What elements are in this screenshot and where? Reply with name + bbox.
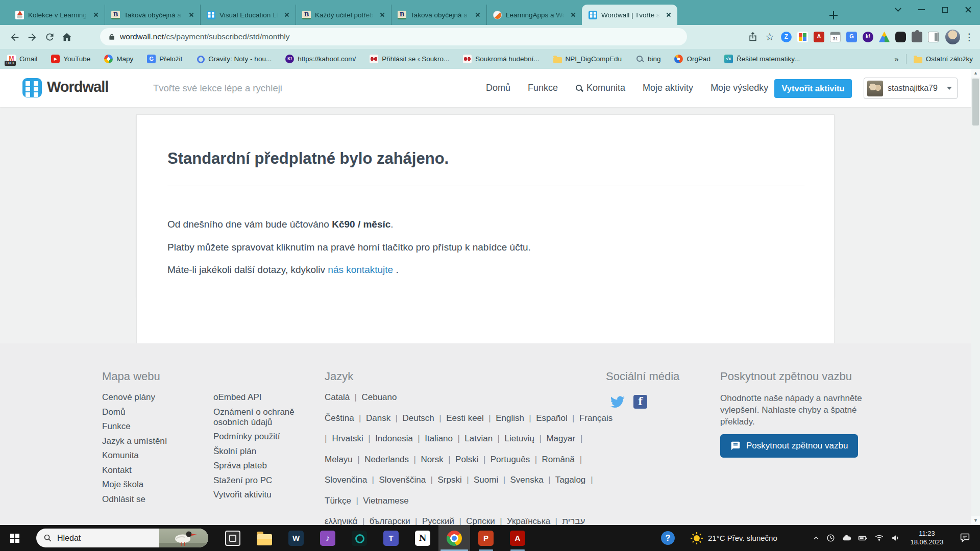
tab-search-chevron-icon[interactable]: [886, 0, 910, 19]
tab-close-icon[interactable]: [473, 10, 482, 19]
notification-center-icon[interactable]: [960, 532, 970, 543]
search-highlight-bird-image[interactable]: [159, 529, 208, 547]
bookmark-item[interactable]: Gravity: Noty - hou...: [196, 55, 272, 63]
footer-link[interactable]: Moje škola: [102, 480, 167, 490]
back-icon[interactable]: [6, 29, 23, 46]
tab-close-icon[interactable]: [664, 10, 673, 19]
browser-tab[interactable]: Každý učitel potřebuj: [296, 5, 391, 25]
taskbar-app[interactable]: [280, 525, 312, 551]
language-link[interactable]: Nederlands: [353, 455, 409, 464]
language-link[interactable]: Suomi: [462, 475, 499, 485]
language-link[interactable]: Dansk: [354, 413, 391, 423]
extension-icon[interactable]: [912, 32, 922, 42]
tab-close-icon[interactable]: [282, 10, 291, 19]
extension-icon[interactable]: [814, 32, 824, 42]
language-link[interactable]: Deutsch: [390, 413, 434, 423]
language-link[interactable]: Slovenčina: [325, 475, 367, 485]
footer-link[interactable]: Oznámení o ochraně osobních údajů: [213, 407, 308, 428]
language-link[interactable]: Polski: [444, 455, 479, 464]
extension-icon[interactable]: [846, 32, 857, 42]
tab-close-icon[interactable]: [569, 10, 578, 19]
weather-widget[interactable]: 21°C Přev. slunečno: [690, 525, 777, 551]
language-link[interactable]: Русский: [410, 516, 454, 525]
taskbar-app[interactable]: [217, 525, 249, 551]
bookmark-star-icon[interactable]: ☆: [765, 31, 774, 43]
home-icon[interactable]: [58, 29, 76, 46]
nav-item[interactable]: Domů: [486, 83, 510, 93]
wordwall-wordmark[interactable]: Wordwall: [47, 79, 108, 95]
feedback-button[interactable]: Poskytnout zpětnou vazbu: [720, 434, 858, 458]
language-link[interactable]: Indonesia: [363, 434, 413, 443]
language-link[interactable]: Svenska: [498, 475, 544, 485]
twitter-icon[interactable]: [609, 393, 626, 410]
language-link[interactable]: Српски: [454, 516, 495, 525]
taskbar-app[interactable]: [470, 525, 502, 551]
bookmarks-overflow-chevron[interactable]: »: [894, 55, 898, 63]
reload-icon[interactable]: [41, 29, 58, 46]
language-link[interactable]: Italiano: [413, 434, 453, 443]
language-link[interactable]: Українська: [495, 516, 550, 525]
wordwall-logo-icon[interactable]: [22, 78, 42, 97]
bookmark-item[interactable]: OrgPad: [674, 55, 710, 63]
browser-tab[interactable]: Wordwall | Tvořte své: [582, 5, 677, 25]
taskbar-app[interactable]: [407, 525, 438, 551]
browser-tab[interactable]: Kolekce v LearningAp: [9, 5, 105, 25]
create-activity-button[interactable]: Vytvořit aktivitu: [774, 79, 852, 98]
taskbar-app[interactable]: [438, 525, 470, 551]
bookmark-item[interactable]: Řešitel matematiky...: [724, 55, 800, 63]
language-link[interactable]: Türkçe: [325, 496, 351, 506]
menu-dots-icon[interactable]: ⋮: [964, 31, 975, 43]
clock[interactable]: 11:23 18.06.2023: [902, 529, 951, 546]
footer-link[interactable]: Jazyk a umístění: [102, 436, 167, 446]
start-button[interactable]: [7, 531, 22, 546]
forward-icon[interactable]: [23, 29, 41, 46]
footer-link[interactable]: Stažení pro PC: [213, 475, 308, 486]
taskbar-app[interactable]: [312, 525, 344, 551]
onedrive-cloud-icon[interactable]: [842, 533, 851, 543]
taskbar-app[interactable]: [344, 525, 375, 551]
account-menu[interactable]: stastnajitka79: [864, 78, 958, 99]
language-link[interactable]: Français: [568, 413, 613, 423]
tab-close-icon[interactable]: [91, 10, 101, 19]
extension-icon[interactable]: [863, 32, 873, 42]
other-bookmarks-button[interactable]: Ostatní záložky: [914, 55, 973, 63]
tab-close-icon[interactable]: [378, 10, 387, 19]
extension-icon[interactable]: [928, 32, 939, 42]
contact-us-link[interactable]: nás kontaktujte: [328, 264, 393, 275]
nav-item[interactable]: Komunita: [575, 83, 625, 93]
taskbar-app[interactable]: [249, 525, 280, 551]
language-link[interactable]: עברית: [550, 516, 585, 525]
language-link[interactable]: ελληνικά: [325, 516, 357, 525]
language-link[interactable]: Cebuano: [350, 392, 397, 402]
bookmark-item[interactable]: NPI_DigCompEdu: [553, 55, 622, 63]
share-icon[interactable]: [744, 28, 762, 45]
close-button[interactable]: [957, 0, 980, 19]
extension-icon[interactable]: [879, 32, 890, 42]
bookmark-item[interactable]: 100+ Gmail: [7, 55, 37, 63]
scroll-down-arrow[interactable]: ▼: [971, 516, 980, 525]
language-link[interactable]: Srpski: [426, 475, 462, 485]
scrollbar-thumb[interactable]: [972, 79, 979, 126]
taskbar-app[interactable]: [375, 525, 407, 551]
language-link[interactable]: Eesti keel: [434, 413, 484, 423]
footer-link[interactable]: Funkce: [102, 421, 167, 432]
footer-link[interactable]: Domů: [102, 407, 167, 417]
language-link[interactable]: Melayu: [325, 455, 353, 464]
language-link[interactable]: Română: [530, 455, 575, 464]
footer-link[interactable]: Správa plateb: [213, 461, 308, 471]
footer-link[interactable]: Kontakt: [102, 465, 167, 475]
nav-item[interactable]: Moje výsledky: [710, 83, 768, 93]
speaker-icon[interactable]: [891, 533, 900, 543]
extension-icon[interactable]: [781, 32, 792, 42]
nav-item[interactable]: Funkce: [528, 83, 558, 93]
bookmark-item[interactable]: https://kahoot.com/: [285, 55, 356, 63]
language-link[interactable]: Latvian: [453, 434, 493, 443]
chevron-up-icon[interactable]: [813, 535, 820, 542]
footer-link[interactable]: Odhlásit se: [102, 494, 167, 505]
bookmark-item[interactable]: Přeložit: [147, 55, 182, 63]
language-link[interactable]: Magyar: [534, 434, 575, 443]
browser-tab[interactable]: LearningApps a Word: [486, 5, 582, 25]
language-link[interactable]: Norsk: [409, 455, 444, 464]
bookmark-item[interactable]: Mapy: [104, 55, 133, 63]
footer-link[interactable]: Komunita: [102, 450, 167, 461]
